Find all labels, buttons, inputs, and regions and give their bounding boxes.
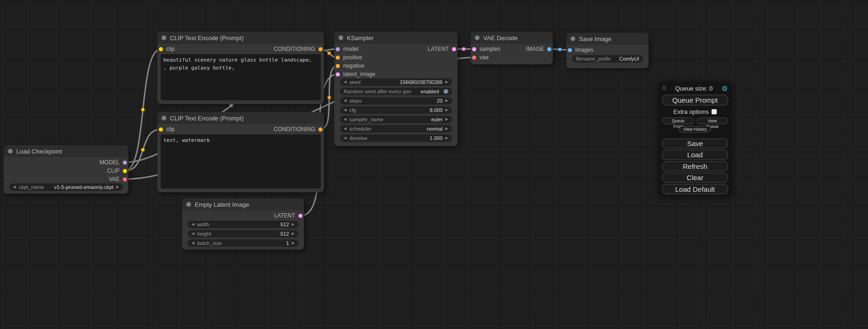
width-widget[interactable]: ◀ width 512 ▶ — [188, 221, 298, 228]
increment-arrow-icon[interactable]: ▶ — [292, 241, 295, 245]
save-button[interactable]: Save — [662, 139, 728, 148]
clip-input-port[interactable] — [159, 127, 163, 132]
drag-handle-icon[interactable]: ⠿ — [662, 85, 666, 91]
ckpt-name-widget[interactable]: ◀ ckpt_name v1-5-pruned-emaonly.ckpt ▶ — [9, 183, 123, 191]
model-input-port[interactable] — [336, 47, 340, 51]
decrement-arrow-icon[interactable]: ◀ — [344, 80, 346, 84]
node-title: CLIP Text Encode (Prompt) — [170, 115, 244, 122]
node-graph-canvas[interactable]: Load Checkpoint MODEL CLIP VAE — [0, 0, 868, 329]
node-title: CLIP Text Encode (Prompt) — [170, 35, 244, 42]
increment-arrow-icon[interactable]: ▶ — [445, 118, 448, 121]
denoise-widget[interactable]: ◀ denoise 1.000 ▶ — [340, 134, 452, 142]
random-seed-toggle-widget[interactable]: Random seed after every gen enabled — [340, 88, 452, 95]
toggle-dot-icon[interactable] — [444, 89, 448, 94]
refresh-button[interactable]: Refresh — [662, 161, 728, 171]
filename-prefix-widget[interactable]: filename_prefix ComfyUI — [572, 55, 643, 63]
node-save-image[interactable]: Save Image images filename_prefix ComfyU… — [566, 33, 649, 68]
image-output-port[interactable] — [547, 47, 551, 51]
wire-midpoint-dot — [327, 96, 331, 99]
slot-row: clip CONDITIONING — [157, 45, 324, 53]
positive-prompt-textarea[interactable]: beautiful scenery nature glass bottle la… — [161, 54, 321, 100]
collapse-dot-icon[interactable] — [571, 36, 575, 41]
height-widget[interactable]: ◀ height 512 ▶ — [188, 230, 298, 238]
node-titlebar[interactable]: Save Image — [566, 33, 649, 45]
decrement-arrow-icon[interactable]: ◀ — [344, 99, 346, 103]
decrement-arrow-icon[interactable]: ◀ — [191, 241, 194, 245]
node-titlebar[interactable]: CLIP Text Encode (Prompt) — [157, 112, 324, 124]
increment-arrow-icon[interactable]: ▶ — [445, 136, 448, 140]
increment-arrow-icon[interactable]: ▶ — [445, 99, 448, 103]
slot-row: VAE — [4, 175, 128, 183]
collapse-dot-icon[interactable] — [162, 35, 166, 40]
node-titlebar[interactable]: KSampler — [334, 32, 458, 44]
node-titlebar[interactable]: Load Checkpoint — [4, 145, 128, 157]
collapse-dot-icon[interactable] — [475, 35, 480, 40]
load-button[interactable]: Load — [662, 150, 728, 160]
node-titlebar[interactable]: CLIP Text Encode (Prompt) — [157, 32, 324, 44]
latent-output-port[interactable] — [452, 47, 456, 51]
sampler-name-widget[interactable]: ◀ sampler_name euler ▶ — [340, 116, 452, 123]
node-ksampler[interactable]: KSampler model LATENT positive — [334, 32, 458, 146]
collapse-dot-icon[interactable] — [162, 116, 166, 120]
increment-arrow-icon[interactable]: ▶ — [292, 223, 295, 226]
positive-input-port[interactable] — [336, 56, 340, 60]
clip-input-port[interactable] — [159, 47, 163, 51]
steps-widget[interactable]: ◀ steps 20 ▶ — [340, 97, 452, 105]
increment-arrow-icon[interactable]: ▶ — [445, 108, 448, 112]
images-input-port[interactable] — [568, 48, 572, 52]
collapse-dot-icon[interactable] — [186, 202, 191, 207]
slot-row: positive — [334, 53, 458, 62]
wire-midpoint-dot — [558, 48, 562, 51]
samples-input-port[interactable] — [472, 47, 476, 51]
settings-gear-icon[interactable]: ⚙ — [722, 85, 728, 92]
cfg-widget[interactable]: ◀ cfg 8.000 ▶ — [340, 106, 452, 114]
increment-arrow-icon[interactable]: ▶ — [445, 127, 448, 131]
negative-prompt-textarea[interactable]: text, watermark — [161, 134, 321, 189]
load-default-button[interactable]: Load Default — [662, 184, 728, 194]
model-output-port[interactable] — [123, 161, 127, 165]
node-empty-latent-image[interactable]: Empty Latent Image LATENT ◀ width 512 ▶ … — [182, 198, 304, 250]
node-clip-text-encode-negative[interactable]: CLIP Text Encode (Prompt) clip CONDITION… — [157, 112, 324, 192]
node-titlebar[interactable]: Empty Latent Image — [182, 198, 304, 210]
slot-row: vae — [471, 53, 553, 62]
decrement-arrow-icon[interactable]: ◀ — [191, 223, 194, 226]
decrement-arrow-icon[interactable]: ◀ — [191, 232, 194, 236]
decrement-arrow-icon[interactable]: ◀ — [344, 136, 346, 140]
node-clip-text-encode-positive[interactable]: CLIP Text Encode (Prompt) clip CONDITION… — [157, 32, 324, 104]
extra-options-label: Extra options — [673, 108, 709, 115]
decrement-arrow-icon[interactable]: ◀ — [344, 108, 346, 112]
conditioning-output-port[interactable] — [318, 47, 323, 51]
wire-midpoint-dot — [229, 104, 233, 107]
negative-input-port[interactable] — [336, 64, 340, 68]
queue-buttons-row: Queue Front View Queue — [662, 118, 728, 124]
menu-header: ⠿ Queue size: 0 ⚙ — [662, 84, 728, 92]
node-load-checkpoint[interactable]: Load Checkpoint MODEL CLIP VAE — [4, 145, 128, 194]
node-vae-decode[interactable]: VAE Decode samples IMAGE vae — [471, 32, 553, 64]
slot-row: MODEL — [4, 158, 128, 167]
scheduler-widget[interactable]: ◀ scheduler normal ▶ — [340, 125, 452, 133]
latent-output-port[interactable] — [298, 214, 303, 218]
conditioning-output-port[interactable] — [318, 127, 323, 132]
collapse-dot-icon[interactable] — [339, 35, 343, 40]
decrement-arrow-icon[interactable]: ◀ — [344, 118, 346, 121]
decrement-arrow-icon[interactable]: ◀ — [13, 185, 16, 189]
node-titlebar[interactable]: VAE Decode — [471, 32, 553, 44]
collapse-dot-icon[interactable] — [8, 149, 13, 154]
view-queue-button[interactable]: View Queue — [697, 118, 728, 124]
extra-options-checkbox[interactable] — [712, 109, 717, 114]
wire-midpoint-dot — [462, 47, 466, 51]
decrement-arrow-icon[interactable]: ◀ — [344, 127, 346, 131]
queue-prompt-button[interactable]: Queue Prompt — [662, 95, 728, 105]
queue-front-button[interactable]: Queue Front — [662, 118, 694, 124]
vae-input-port[interactable] — [472, 56, 476, 60]
increment-arrow-icon[interactable]: ▶ — [116, 185, 119, 189]
increment-arrow-icon[interactable]: ▶ — [445, 80, 448, 84]
vae-output-port[interactable] — [123, 177, 127, 182]
increment-arrow-icon[interactable]: ▶ — [292, 232, 295, 236]
latent-image-input-port[interactable] — [336, 72, 340, 77]
batch-size-widget[interactable]: ◀ batch_size 1 ▶ — [188, 239, 298, 247]
view-history-button[interactable]: View History — [679, 126, 712, 133]
clear-button[interactable]: Clear — [662, 173, 728, 182]
seed-widget[interactable]: ◀ seed 156680208700286 ▶ — [340, 78, 452, 86]
clip-output-port[interactable] — [123, 169, 127, 173]
